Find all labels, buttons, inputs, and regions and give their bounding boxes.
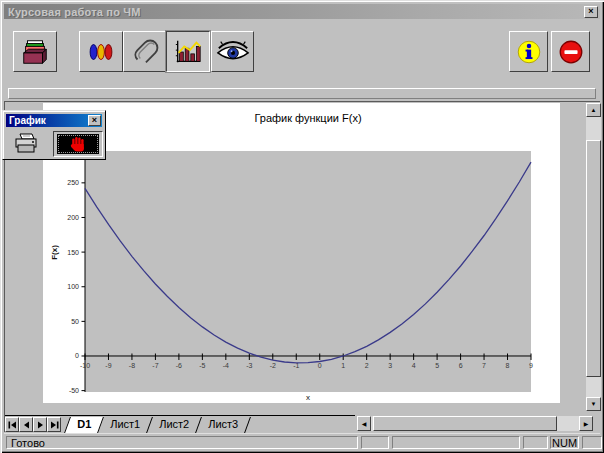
graph-toolbox-close-button[interactable]: × [88,115,101,126]
colored-pills-icon [86,37,116,67]
svg-text:5: 5 [435,362,439,369]
info-icon [514,37,544,67]
svg-text:7: 7 [482,362,486,369]
graph-button[interactable] [166,31,210,72]
scroll-down-button[interactable]: ▼ [586,397,601,411]
scroll-right-button[interactable]: ▶ [579,416,593,431]
svg-text:0: 0 [318,362,322,369]
open-cardfile-button[interactable] [13,31,57,72]
svg-text:150: 150 [67,249,79,256]
last-sheet-button[interactable] [47,417,61,432]
svg-text:0: 0 [75,352,79,359]
vertical-scroll-thumb[interactable] [586,140,601,377]
next-sheet-button[interactable] [33,417,47,432]
exit-button[interactable] [551,31,590,72]
svg-text:50: 50 [71,318,79,325]
stop-icon [556,37,586,67]
svg-text:3: 3 [388,362,392,369]
attach-button[interactable] [123,31,166,72]
scroll-up-button[interactable]: ▲ [586,103,601,117]
print-button[interactable] [9,131,43,157]
statusbar: Готово NUM [4,433,600,450]
sheet-tab-label: Лист3 [208,417,238,432]
svg-text:-4: -4 [223,362,229,369]
sheet-tabbar: D1Лист1Лист2Лист3 [5,415,355,432]
svg-text:100: 100 [67,283,79,290]
svg-text:-10: -10 [80,362,90,369]
svg-text:8: 8 [506,362,510,369]
scroll-left-button[interactable]: ◀ [357,416,371,431]
stop-hand-icon [57,134,99,154]
close-button[interactable]: × [584,6,598,18]
status-pane-3 [523,436,548,449]
vertical-scrollbar[interactable]: ▲ ▼ [586,103,601,411]
x-axis-label: x [85,393,531,402]
about-button[interactable] [509,31,548,72]
y-axis-label: F(x) [50,245,59,260]
status-pane-1 [361,436,389,449]
svg-text:-2: -2 [270,362,276,369]
num-lock-indicator: NUM [550,436,579,449]
titlebar[interactable]: Курсовая работа по ЧМ × [4,4,600,19]
svg-text:-8: -8 [129,362,135,369]
graph-toolbox-title: График [9,114,88,127]
sheet-tab-Лист2[interactable]: Лист2 [147,417,202,433]
printer-icon [13,133,39,155]
card-file-icon [20,37,50,67]
first-sheet-button[interactable] [5,417,19,432]
window-title: Курсовая работа по ЧМ [8,6,584,18]
stop-calculation-button[interactable] [53,131,103,157]
prev-sheet-button[interactable] [19,417,33,432]
eye-icon [216,38,250,66]
paperclip-icon [130,37,160,67]
pills-button[interactable] [79,31,123,72]
svg-text:6: 6 [459,362,463,369]
graph-toolbox: График × [2,110,106,160]
sheet-tab-Лист1[interactable]: Лист1 [98,417,153,433]
svg-text:200: 200 [67,214,79,221]
status-pane-2 [392,436,520,449]
svg-text:-3: -3 [246,362,252,369]
svg-text:4: 4 [412,362,416,369]
svg-text:-7: -7 [152,362,158,369]
sheet-tab-label: Лист2 [159,417,189,432]
svg-text:-50: -50 [69,387,79,394]
chart-window: График функции F(x) -50050100150200250-1… [43,103,560,403]
status-message: Готово [6,436,358,449]
svg-text:1: 1 [341,362,345,369]
view-button[interactable] [211,31,254,72]
horizontal-scroll-thumb[interactable] [373,416,557,431]
svg-text:-9: -9 [105,362,111,369]
svg-text:-5: -5 [199,362,205,369]
sheet-tab-label: D1 [77,417,91,432]
sheet-tab-Лист3[interactable]: Лист3 [196,417,251,433]
sheet-tab-label: Лист1 [110,417,140,432]
toolbar-grip [8,88,596,99]
status-pane-4 [582,436,602,449]
svg-text:9: 9 [529,362,533,369]
svg-text:-6: -6 [176,362,182,369]
horizontal-scrollbar[interactable]: ◀ ▶ [357,416,593,431]
svg-text:250: 250 [67,179,79,186]
svg-text:2: 2 [365,362,369,369]
graph-toolbox-titlebar[interactable]: График × [6,114,102,127]
app-window: Курсовая работа по ЧМ × [0,0,604,453]
bar-chart-icon [173,37,203,67]
